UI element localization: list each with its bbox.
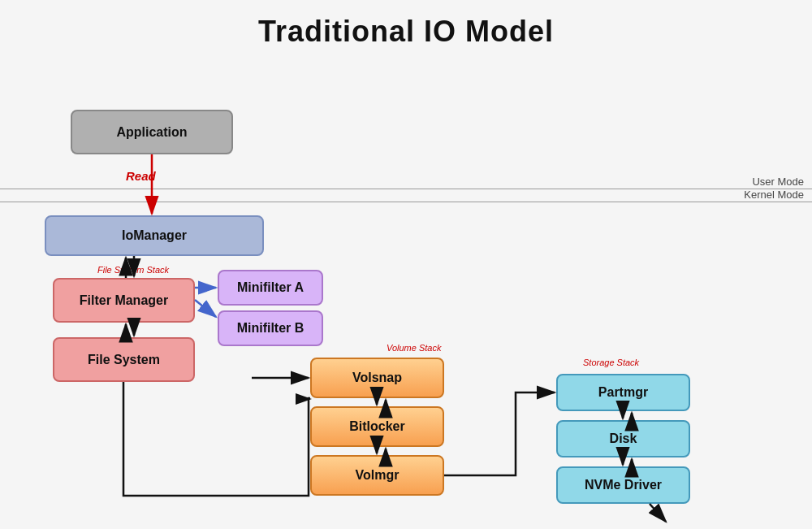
kernel-mode-line: [0, 202, 812, 202]
nvme-drive-icon: [650, 524, 719, 529]
read-label: Read: [126, 169, 156, 183]
volume-stack-label: Volume Stack: [387, 343, 441, 353]
disk-box: Disk: [556, 420, 690, 457]
partmgr-box: Partmgr: [556, 374, 690, 411]
diagram-area: User Mode Kernel Mode Application IoMana…: [0, 57, 812, 529]
bitlocker-box: Bitlocker: [310, 406, 444, 447]
storage-stack-label: Storage Stack: [583, 358, 639, 367]
file-system-stack-label: File System Stack: [97, 265, 169, 275]
svg-line-10: [195, 300, 216, 317]
kernel-mode-label: Kernel Mode: [744, 189, 804, 201]
page-title: Traditional IO Model: [0, 0, 812, 57]
volmgr-box: Volmgr: [310, 455, 444, 496]
user-mode-line: [0, 189, 812, 189]
filter-manager-box: Filter Manager: [53, 278, 195, 323]
application-box: Application: [71, 110, 233, 154]
minifilter-a-box: Minifilter A: [218, 270, 323, 306]
minifilter-b-box: Minifilter B: [218, 310, 323, 346]
file-system-box: File System: [53, 337, 195, 382]
nvme-box: NVMe Driver: [556, 466, 690, 504]
iomanager-box: IoManager: [45, 215, 264, 256]
volsnap-box: Volsnap: [310, 358, 444, 398]
user-mode-label: User Mode: [752, 176, 804, 188]
svg-line-21: [650, 504, 666, 522]
